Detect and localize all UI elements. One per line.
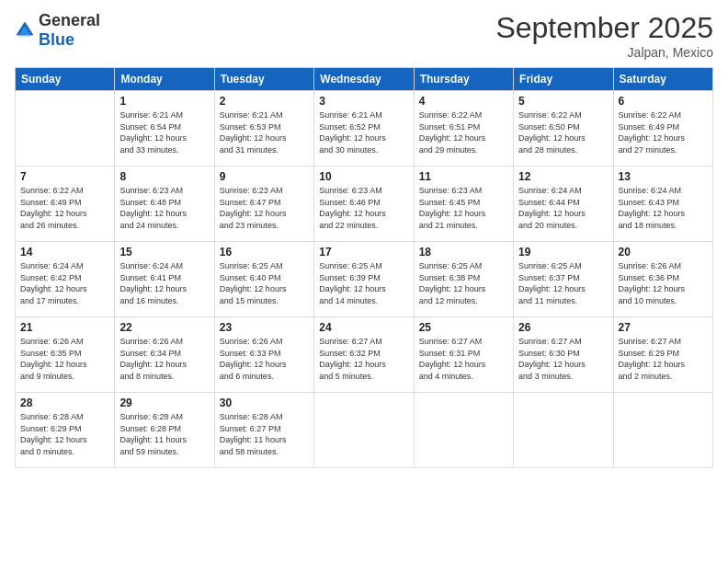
- table-cell: 18Sunrise: 6:25 AMSunset: 6:38 PMDayligh…: [414, 242, 513, 317]
- table-cell: 27Sunrise: 6:27 AMSunset: 6:29 PMDayligh…: [613, 317, 712, 393]
- col-saturday: Saturday: [613, 68, 712, 91]
- day-number: 6: [619, 95, 708, 108]
- week-row-1: 1Sunrise: 6:21 AMSunset: 6:54 PMDaylight…: [16, 91, 713, 167]
- table-cell: 23Sunrise: 6:26 AMSunset: 6:33 PMDayligh…: [214, 317, 313, 393]
- col-sunday: Sunday: [16, 68, 115, 91]
- day-number: 25: [419, 321, 508, 334]
- week-row-2: 7Sunrise: 6:22 AMSunset: 6:49 PMDaylight…: [16, 167, 713, 242]
- table-cell: 14Sunrise: 6:24 AMSunset: 6:42 PMDayligh…: [16, 242, 115, 317]
- day-number: 22: [119, 321, 209, 334]
- day-number: 11: [419, 170, 508, 183]
- col-wednesday: Wednesday: [314, 68, 414, 91]
- day-content: Sunrise: 6:27 AMSunset: 6:30 PMDaylight:…: [518, 336, 608, 382]
- day-number: 26: [518, 321, 608, 334]
- table-cell: 1Sunrise: 6:21 AMSunset: 6:54 PMDaylight…: [115, 91, 214, 167]
- table-cell: 28Sunrise: 6:28 AMSunset: 6:29 PMDayligh…: [16, 393, 115, 468]
- table-cell: 15Sunrise: 6:24 AMSunset: 6:41 PMDayligh…: [115, 242, 214, 317]
- table-cell: [514, 393, 613, 468]
- table-cell: 19Sunrise: 6:25 AMSunset: 6:37 PMDayligh…: [514, 242, 613, 317]
- day-content: Sunrise: 6:25 AMSunset: 6:38 PMDaylight:…: [419, 260, 508, 306]
- day-content: Sunrise: 6:26 AMSunset: 6:36 PMDaylight:…: [619, 260, 708, 306]
- table-cell: 3Sunrise: 6:21 AMSunset: 6:52 PMDaylight…: [314, 91, 414, 167]
- col-monday: Monday: [115, 68, 214, 91]
- logo-general: General: [39, 11, 100, 29]
- day-number: 17: [319, 246, 408, 259]
- day-number: 8: [119, 170, 209, 183]
- day-number: 16: [220, 246, 309, 259]
- logo-text: General Blue: [39, 11, 100, 50]
- table-cell: 6Sunrise: 6:22 AMSunset: 6:49 PMDaylight…: [613, 91, 712, 167]
- table-cell: [414, 393, 513, 468]
- table-cell: 26Sunrise: 6:27 AMSunset: 6:30 PMDayligh…: [514, 317, 613, 393]
- day-content: Sunrise: 6:24 AMSunset: 6:43 PMDaylight:…: [619, 185, 708, 231]
- day-content: Sunrise: 6:21 AMSunset: 6:53 PMDaylight:…: [220, 109, 309, 155]
- day-content: Sunrise: 6:28 AMSunset: 6:29 PMDaylight:…: [20, 411, 109, 457]
- day-content: Sunrise: 6:25 AMSunset: 6:40 PMDaylight:…: [220, 260, 309, 306]
- day-content: Sunrise: 6:26 AMSunset: 6:33 PMDaylight:…: [220, 336, 309, 382]
- day-content: Sunrise: 6:21 AMSunset: 6:54 PMDaylight:…: [119, 109, 209, 155]
- day-number: 13: [619, 170, 708, 183]
- table-cell: 11Sunrise: 6:23 AMSunset: 6:45 PMDayligh…: [414, 167, 513, 242]
- table-cell: 8Sunrise: 6:23 AMSunset: 6:48 PMDaylight…: [115, 167, 214, 242]
- table-cell: 10Sunrise: 6:23 AMSunset: 6:46 PMDayligh…: [314, 167, 414, 242]
- day-content: Sunrise: 6:28 AMSunset: 6:28 PMDaylight:…: [119, 411, 209, 457]
- day-content: Sunrise: 6:24 AMSunset: 6:41 PMDaylight:…: [119, 260, 209, 306]
- week-row-5: 28Sunrise: 6:28 AMSunset: 6:29 PMDayligh…: [16, 393, 713, 468]
- day-content: Sunrise: 6:21 AMSunset: 6:52 PMDaylight:…: [319, 109, 408, 155]
- day-number: 20: [619, 246, 708, 259]
- day-content: Sunrise: 6:25 AMSunset: 6:39 PMDaylight:…: [319, 260, 408, 306]
- day-content: Sunrise: 6:25 AMSunset: 6:37 PMDaylight:…: [518, 260, 608, 306]
- day-number: 30: [220, 396, 309, 409]
- day-number: 15: [119, 246, 209, 259]
- table-cell: 21Sunrise: 6:26 AMSunset: 6:35 PMDayligh…: [16, 317, 115, 393]
- table-cell: [613, 393, 712, 468]
- col-tuesday: Tuesday: [214, 68, 313, 91]
- logo-icon: [15, 20, 35, 40]
- table-cell: 9Sunrise: 6:23 AMSunset: 6:47 PMDaylight…: [214, 167, 313, 242]
- day-content: Sunrise: 6:27 AMSunset: 6:29 PMDaylight:…: [619, 336, 708, 382]
- table-cell: 16Sunrise: 6:25 AMSunset: 6:40 PMDayligh…: [214, 242, 313, 317]
- day-content: Sunrise: 6:23 AMSunset: 6:47 PMDaylight:…: [220, 185, 309, 231]
- day-content: Sunrise: 6:23 AMSunset: 6:48 PMDaylight:…: [119, 185, 209, 231]
- day-number: 27: [619, 321, 708, 334]
- table-cell: 22Sunrise: 6:26 AMSunset: 6:34 PMDayligh…: [115, 317, 214, 393]
- day-number: 9: [220, 170, 309, 183]
- table-cell: 4Sunrise: 6:22 AMSunset: 6:51 PMDaylight…: [414, 91, 513, 167]
- table-cell: 7Sunrise: 6:22 AMSunset: 6:49 PMDaylight…: [16, 167, 115, 242]
- location-title: Jalpan, Mexico: [495, 45, 713, 60]
- col-thursday: Thursday: [414, 68, 513, 91]
- header: General Blue September 2025 Jalpan, Mexi…: [15, 11, 713, 60]
- day-number: 3: [319, 95, 408, 108]
- table-cell: 13Sunrise: 6:24 AMSunset: 6:43 PMDayligh…: [613, 167, 712, 242]
- day-content: Sunrise: 6:24 AMSunset: 6:44 PMDaylight:…: [518, 185, 608, 231]
- day-content: Sunrise: 6:27 AMSunset: 6:31 PMDaylight:…: [419, 336, 508, 382]
- logo: General Blue: [15, 11, 100, 50]
- day-number: 21: [20, 321, 109, 334]
- day-content: Sunrise: 6:23 AMSunset: 6:46 PMDaylight:…: [319, 185, 408, 231]
- logo-blue: Blue: [39, 30, 74, 49]
- day-content: Sunrise: 6:22 AMSunset: 6:49 PMDaylight:…: [20, 185, 109, 231]
- day-number: 7: [20, 170, 109, 183]
- table-cell: 20Sunrise: 6:26 AMSunset: 6:36 PMDayligh…: [613, 242, 712, 317]
- table-cell: 24Sunrise: 6:27 AMSunset: 6:32 PMDayligh…: [314, 317, 414, 393]
- day-content: Sunrise: 6:23 AMSunset: 6:45 PMDaylight:…: [419, 185, 508, 231]
- week-row-4: 21Sunrise: 6:26 AMSunset: 6:35 PMDayligh…: [16, 317, 713, 393]
- day-number: 4: [419, 95, 508, 108]
- table-cell: 12Sunrise: 6:24 AMSunset: 6:44 PMDayligh…: [514, 167, 613, 242]
- day-content: Sunrise: 6:27 AMSunset: 6:32 PMDaylight:…: [319, 336, 408, 382]
- day-number: 18: [419, 246, 508, 259]
- day-content: Sunrise: 6:28 AMSunset: 6:27 PMDaylight:…: [220, 411, 309, 457]
- calendar-header-row: Sunday Monday Tuesday Wednesday Thursday…: [16, 68, 713, 91]
- day-number: 24: [319, 321, 408, 334]
- day-number: 1: [119, 95, 209, 108]
- day-number: 12: [518, 170, 608, 183]
- calendar-table: Sunday Monday Tuesday Wednesday Thursday…: [15, 67, 713, 468]
- day-number: 10: [319, 170, 408, 183]
- day-number: 5: [518, 95, 608, 108]
- table-cell: [314, 393, 414, 468]
- day-number: 29: [119, 396, 209, 409]
- day-content: Sunrise: 6:22 AMSunset: 6:49 PMDaylight:…: [619, 109, 708, 155]
- day-content: Sunrise: 6:26 AMSunset: 6:34 PMDaylight:…: [119, 336, 209, 382]
- day-number: 28: [20, 396, 109, 409]
- table-cell: 29Sunrise: 6:28 AMSunset: 6:28 PMDayligh…: [115, 393, 214, 468]
